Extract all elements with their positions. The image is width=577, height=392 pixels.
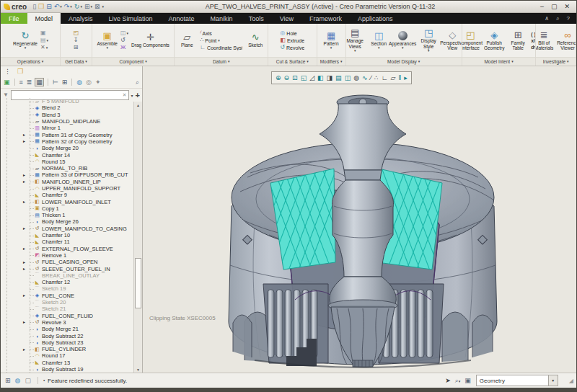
find-in-tree-button[interactable]: ⌕ [135,79,140,86]
expand-arrow-icon[interactable]: ► [22,267,26,271]
tree-item-sketch-19[interactable]: ⌒Sketch 19 [1,285,133,292]
tree-item-body-merge-26[interactable]: ◗Body Merge 26 [1,218,133,225]
expand-arrow-icon[interactable]: ► [22,260,26,264]
collapse-ribbon-icon[interactable]: ∧ [545,15,549,22]
tree-item-copy-1[interactable]: ▣Copy 1 [1,205,133,212]
expand-arrow-icon[interactable]: ► [22,173,26,177]
model-tree-button[interactable]: ▣ [3,79,11,86]
web-browser-button[interactable]: ◍ [76,79,83,86]
tree-item-break-line-outlay[interactable]: ⌒BREAK_LINE_OUTLAY [1,272,133,279]
repaint-icon[interactable]: ◿ [309,75,314,81]
tree-item-body-merge-21[interactable]: ◗Body Merge 21 [1,326,133,332]
select-pointer-button[interactable]: ➤ [445,378,451,384]
tree-item-normal-to-rib[interactable]: ▱NORMAL_TO_RIB [1,165,133,172]
tree-item-chamfer-11[interactable]: ◣Chamfer 11 [1,239,133,245]
expand-arrow-icon[interactable]: ► [22,293,26,298]
zoom-out-icon[interactable]: ⊖ [284,75,290,81]
switch-symbols-button[interactable]: x/y [531,38,535,43]
manage-views-button[interactable]: ▤Manage Views▾ [346,28,366,53]
bill-of-materials-button[interactable]: ≣Bill of Materials [536,30,555,51]
tree-item-round-15[interactable]: ◠Round 15 [1,159,133,165]
command-search-icon[interactable]: ⌕ [556,15,559,22]
redo-button[interactable]: ↷▾ [64,4,72,10]
select-filter-box-button[interactable]: ▣ [464,378,471,384]
ribbon-group-label[interactable]: Get Data▾ [61,57,92,66]
tree-item-fuel-cylinder[interactable]: ►◧FUEL_CYLINDER [1,346,133,352]
minimize-button[interactable]: – [540,3,544,10]
expand-arrow-icon[interactable]: ► [22,139,26,143]
tree-item-round-17[interactable]: ◠Round 17 [1,352,133,359]
expand-arrow-icon[interactable]: ► [22,226,26,231]
add-filter-button[interactable]: + [136,92,140,99]
close-window-button[interactable]: ⊠ [94,4,100,10]
tree-item-sketch-20[interactable]: ⌒Sketch 20 [1,299,133,306]
history-button[interactable]: ◎ [85,79,92,86]
tree-item-chamfer-9[interactable]: ◣Chamfer 9 [1,192,133,198]
copy-button[interactable]: ▣ [40,30,48,36]
ribbon-group-label[interactable]: Cut & Surface▾ [268,57,316,66]
csys-display-icon[interactable]: ∟ [382,75,388,81]
ribbon-group-label[interactable]: Operations▾ [1,57,60,66]
tab-analysis[interactable]: Analysis [61,13,101,24]
point-display-icon[interactable]: ∴ [374,75,379,81]
zoom-in-icon[interactable]: ⊕ [276,75,281,81]
revolve-button[interactable]: ↺Revolve [280,45,304,50]
axis-display-icon[interactable]: ∕ [371,75,372,81]
tree-item-mirror-1[interactable]: ▥Mirror 1 [1,125,133,131]
favorites-folder-button[interactable]: ❒ [17,68,24,75]
tree-item-revolve-3[interactable]: ►↺Revolve 3 [1,319,133,326]
sketch-button[interactable]: ∿Sketch [245,32,266,48]
save-file-button[interactable]: ⊟ [46,4,52,10]
window-switch-button[interactable]: ⊞▾ [84,4,92,10]
tree-item-blend-3[interactable]: ◈Blend 3 [1,112,133,118]
close-button[interactable]: ✕ [564,3,570,10]
expand-arrow-icon[interactable]: ► [22,133,26,137]
tree-item-upper-manifold-support[interactable]: ◠UPPER_MANIFOLD_SUPPORT [1,185,133,192]
search-options-caret[interactable]: ▾ [131,93,133,98]
tab-manikin[interactable]: Manikin [203,13,241,24]
publish-geometry-button[interactable]: ◈Publish Geometry [483,30,505,51]
expand-arrow-icon[interactable]: ► [22,179,26,184]
tab-annotate[interactable]: Annotate [161,13,203,24]
refit-icon[interactable]: ◱ [301,75,307,81]
clear-search-icon[interactable]: ✕ [123,92,127,98]
delete-button[interactable]: ✕▾ [40,45,48,50]
tab-file[interactable]: File [1,13,27,24]
tree-filter-view-button[interactable]: ▦ [35,78,44,86]
tree-item-thicken-1[interactable]: ▤Thicken 1 [1,212,133,218]
tree-item-chamfer-12[interactable]: ◣Chamfer 12 [1,279,133,285]
repeat-button[interactable]: ↺ [120,37,128,43]
expand-arrow-icon[interactable]: ► [22,347,26,352]
tree-item-sketch-21[interactable]: ⌒Sketch 21 [1,306,133,312]
tree-item-lower-manifold-to-casing[interactable]: ►↺LOWER_MANIFOLD_TO_CASING [1,226,133,232]
scroll-up-icon[interactable]: ▲ [136,102,140,108]
navigator-panel-button[interactable]: ⋮ [4,68,12,75]
new-file-button[interactable]: ▯ [32,4,36,10]
tree-item-body-subtract-22[interactable]: ◖Body Subtract 22 [1,332,133,339]
coordinate-system-button[interactable]: ∟Coordinate System [200,45,242,50]
section-button[interactable]: ◫Section▾ [368,31,389,50]
scrollbar-track[interactable] [134,108,142,366]
tree-item-chamfer-14[interactable]: ◣Chamfer 14 [1,151,133,158]
scroll-down-icon[interactable]: ▼ [136,366,140,373]
maximize-button[interactable]: ▢ [551,3,558,10]
import-exchange-button[interactable]: ⊞ [74,45,79,50]
resume-icon[interactable]: ▸ [404,75,408,81]
wireframe-icon[interactable]: ◨ [327,75,333,81]
tab-live-simulation[interactable]: Live Simulation [101,13,161,24]
tree-item-lower-manifold-inlet[interactable]: ►◧LOWER_MANIFOLD_INLET [1,198,133,205]
plane-button[interactable]: ▱Plane [176,32,198,48]
expand-all-button[interactable]: ⊞ [61,79,69,86]
regenerate-button[interactable]: ↻Regenerate▾ [12,31,38,50]
tab-applications[interactable]: Applications [350,13,401,24]
tab-tools[interactable]: Tools [241,13,272,24]
paste-button[interactable]: ▤▾ [40,37,48,43]
tree-columns-button[interactable]: ≣ [26,79,33,86]
expand-arrow-icon[interactable]: ► [22,246,26,251]
pause-icon[interactable]: ‖ [399,75,402,81]
view-manager-icon[interactable]: ◫ [345,75,351,81]
tree-item-chamfer-10[interactable]: ◣Chamfer 10 [1,232,133,239]
shading-icon[interactable]: ◧ [317,75,324,81]
graphics-area[interactable]: ⊕⊖⊡◱◿◧◨▤◫◍∿∕∴∟▱‖▸ Clipping State XSEC000… [143,66,576,373]
settings-tools-button[interactable]: ✦ [94,79,102,86]
